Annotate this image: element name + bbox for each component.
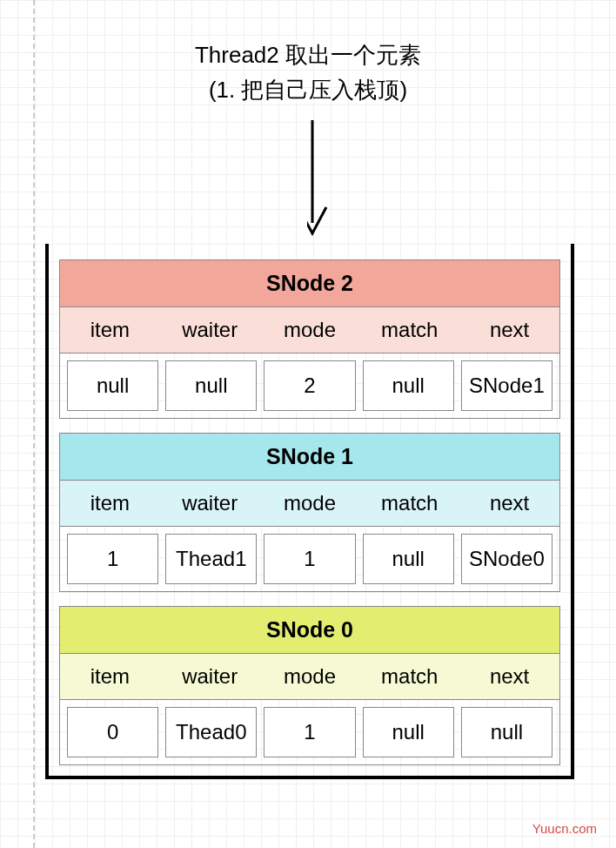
stack-container: SNode 2 item waiter mode match next null…	[45, 244, 574, 779]
field-value: Thead0	[165, 707, 257, 757]
field-value: 0	[67, 707, 158, 757]
arrow-down-icon	[307, 120, 342, 242]
field-value: SNode1	[461, 360, 552, 411]
field-label: match	[359, 307, 459, 353]
caption-line-1: Thread2 取出一个元素	[195, 42, 421, 68]
field-value: null	[363, 360, 454, 411]
field-label: mode	[260, 654, 360, 699]
diagram-caption: Thread2 取出一个元素 (1. 把自己压入栈顶)	[0, 37, 616, 108]
field-label: match	[359, 654, 459, 699]
field-label: next	[459, 654, 559, 699]
field-label: waiter	[160, 307, 260, 353]
snode-field-row: item waiter mode match next	[60, 654, 559, 700]
field-value: 1	[264, 534, 355, 584]
field-value: null	[363, 707, 454, 757]
field-value: 1	[264, 707, 355, 757]
field-value: Thead1	[165, 534, 257, 584]
snode-0: SNode 0 item waiter mode match next 0 Th…	[59, 606, 560, 765]
field-label: match	[359, 481, 459, 526]
field-label: mode	[260, 307, 360, 353]
snode-1: SNode 1 item waiter mode match next 1 Th…	[59, 433, 560, 592]
snode-title: SNode 2	[60, 260, 559, 307]
field-label: item	[60, 307, 160, 353]
snode-title: SNode 1	[60, 434, 559, 481]
snode-field-row: item waiter mode match next	[60, 307, 559, 353]
snode-value-row: null null 2 null SNode1	[60, 353, 559, 418]
field-label: mode	[260, 481, 360, 526]
field-value: null	[461, 707, 552, 757]
field-label: next	[459, 481, 559, 526]
snode-title: SNode 0	[60, 607, 559, 654]
field-value: null	[67, 360, 158, 411]
snode-field-row: item waiter mode match next	[60, 481, 559, 527]
snode-value-row: 0 Thead0 1 null null	[60, 700, 559, 764]
field-value: null	[363, 534, 454, 584]
field-label: waiter	[160, 481, 260, 526]
field-value: 1	[67, 534, 158, 584]
snode-value-row: 1 Thead1 1 null SNode0	[60, 527, 559, 591]
watermark-text: Yuucn.com	[532, 821, 597, 836]
field-value: null	[165, 360, 257, 411]
vertical-dashed-guide	[33, 0, 35, 848]
caption-line-2: (1. 把自己压入栈顶)	[209, 77, 407, 103]
field-label: waiter	[160, 654, 260, 699]
field-label: item	[60, 481, 160, 526]
snode-2: SNode 2 item waiter mode match next null…	[59, 259, 560, 419]
field-value: SNode0	[461, 534, 552, 584]
field-label: item	[60, 654, 160, 699]
field-label: next	[459, 307, 559, 353]
field-value: 2	[264, 360, 355, 411]
